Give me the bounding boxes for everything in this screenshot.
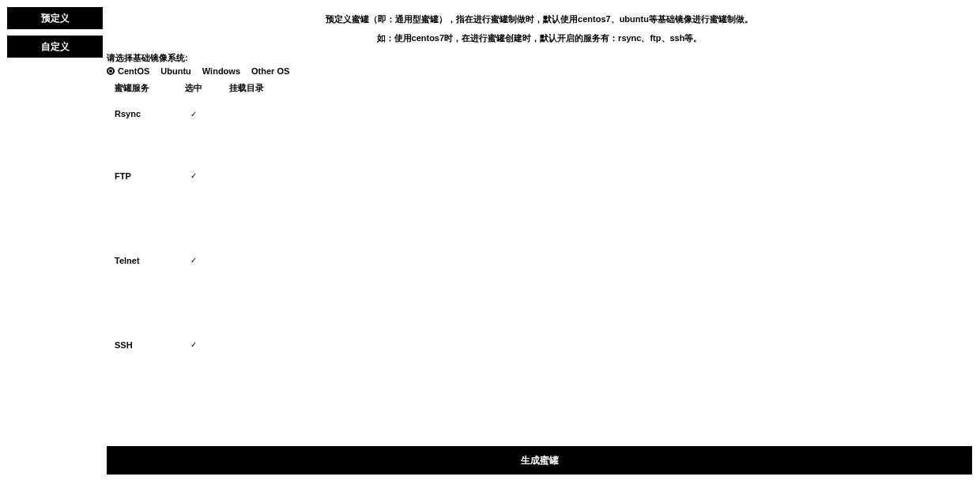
table-row: Telnet ✓ [107,218,972,302]
radio-icon [107,67,115,75]
service-checkbox[interactable]: ✓ [182,340,205,349]
main-area: 预定义蜜罐（即：通用型蜜罐），指在进行蜜罐制做时，默认使用centos7、ubu… [107,9,972,387]
os-option-label: Other OS [251,66,289,76]
generate-button[interactable]: 生成蜜罐 [107,446,972,475]
table-row: FTP ✓ [107,133,972,218]
th-service-name: 蜜罐服务 [115,82,158,94]
th-selected: 选中 [182,82,205,94]
service-checkbox[interactable]: ✓ [182,171,205,180]
os-option-centos[interactable]: CentOS [107,66,149,76]
os-options-row: CentOS Ubuntu Windows Other OS [107,66,972,76]
info-line-2: 如：使用centos7时，在进行蜜罐创建时，默认开启的服务有：rsync、ftp… [107,28,972,47]
os-option-windows[interactable]: Windows [202,66,240,76]
services-table: 蜜罐服务 选中 挂载目录 Rsync ✓ FTP ✓ Telnet ✓ SSH … [107,82,972,387]
table-header: 蜜罐服务 选中 挂载目录 [107,82,972,94]
sidebar: 预定义 自定义 [7,7,103,64]
table-row: SSH ✓ [107,302,972,387]
service-name: FTP [115,171,158,181]
os-option-label: Windows [202,66,240,76]
service-name: Telnet [115,256,158,265]
os-option-label: Ubuntu [160,66,190,76]
os-select-label: 请选择基础镜像系统: [107,52,972,64]
service-checkbox[interactable]: ✓ [182,256,205,265]
custom-button[interactable]: 自定义 [7,36,103,58]
th-mount-dir: 挂载目录 [229,82,273,94]
os-option-ubuntu[interactable]: Ubuntu [160,66,190,76]
os-option-label: CentOS [118,66,149,76]
os-option-other[interactable]: Other OS [251,66,289,76]
service-name: SSH [115,340,158,350]
service-name: Rsync [115,109,158,118]
table-row: Rsync ✓ [107,94,972,133]
predefined-button[interactable]: 预定义 [7,7,103,29]
service-checkbox[interactable]: ✓ [182,110,205,118]
info-line-1: 预定义蜜罐（即：通用型蜜罐），指在进行蜜罐制做时，默认使用centos7、ubu… [107,9,972,28]
info-block: 预定义蜜罐（即：通用型蜜罐），指在进行蜜罐制做时，默认使用centos7、ubu… [107,9,972,47]
